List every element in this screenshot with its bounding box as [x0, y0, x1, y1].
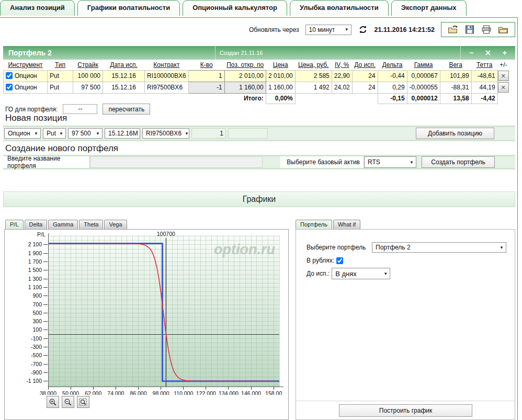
update-interval-label: Обновлять через — [249, 26, 299, 33]
y-tick-label: 1 900 — [28, 250, 42, 256]
chart-tab-p-l[interactable]: P/L — [5, 220, 24, 229]
recalculate-button[interactable]: пересчитать — [103, 104, 150, 115]
y-tick-label: -1 100 — [26, 378, 42, 384]
column-header[interactable]: Поз. откр. по — [224, 60, 266, 70]
plot-background — [48, 235, 279, 387]
rubles-checkbox[interactable] — [336, 257, 343, 264]
cell-gamma: -0,000055 — [407, 82, 440, 93]
column-header[interactable]: Страйк — [73, 60, 103, 70]
delete-position-button[interactable]: ✕ — [498, 71, 509, 81]
panel-tab-what-if[interactable]: What if — [333, 220, 360, 229]
chart-title: P/L — [37, 231, 46, 237]
totals-cell — [103, 93, 145, 104]
tab-опционный-калькулятор[interactable]: Опционный калькулятор — [183, 0, 287, 16]
folder-icon[interactable] — [498, 25, 508, 34]
cell-delta: -0,44 — [378, 70, 407, 82]
column-header[interactable]: До исп. — [352, 60, 378, 70]
cell-instrument: Опцион — [4, 70, 48, 82]
column-header[interactable]: Цена — [266, 60, 295, 70]
chart-tab-delta[interactable]: Delta — [25, 220, 48, 229]
chart-tab-gamma[interactable]: Gamma — [48, 220, 78, 229]
column-header[interactable]: Тип — [48, 60, 73, 70]
x-tick-label: 62 000 — [85, 390, 101, 395]
np-strike-select[interactable]: 97 500▼ — [68, 128, 103, 139]
tab-экспорт-данных[interactable]: Экспорт данных — [391, 0, 467, 16]
position-row: ОпционPut100 00015.12.16RI100000BX612 01… — [4, 70, 510, 82]
cell-qty[interactable]: 1 — [188, 70, 224, 82]
base-asset-select[interactable]: RTS▼ — [364, 156, 416, 168]
column-header[interactable]: Контракт — [145, 60, 189, 70]
chart-zoom-toolbar — [47, 396, 89, 408]
y-tick-label: 1 300 — [28, 276, 42, 282]
np-type-select[interactable]: Put▼ — [43, 128, 66, 139]
panel-divider — [296, 401, 515, 401]
create-portfolio-button[interactable]: Создать портфель — [422, 156, 495, 168]
new-position-row: Опцион▼ Put▼ 97 500▼ 15.12.16M▼ RI97500B… — [3, 126, 515, 141]
column-header[interactable]: IV, % — [332, 60, 352, 70]
x-tick-label: 74 000 — [107, 390, 124, 395]
print-icon[interactable] — [481, 25, 492, 34]
save-icon[interactable] — [464, 25, 475, 34]
portfolio-created-date: Создан 21.11.16 — [215, 46, 460, 60]
chart-tab-theta[interactable]: Theta — [79, 220, 103, 229]
np-expiry-select[interactable]: 15.12.16M▼ — [105, 128, 140, 139]
column-header[interactable]: Вега — [440, 60, 471, 70]
x-tick-label: 110 000 — [174, 390, 193, 395]
zoom-in-icon[interactable] — [47, 396, 59, 408]
x-tick-label: 98 000 — [153, 390, 169, 395]
panel-tab-портфель[interactable]: Портфель — [296, 220, 332, 229]
portfolio-name-input[interactable] — [90, 156, 263, 168]
np-instrument-select[interactable]: Опцион▼ — [4, 128, 41, 139]
cell-strike: 97 500 — [73, 82, 103, 93]
add-position-button[interactable]: Добавить позицию — [416, 128, 494, 139]
y-tick-label: -500 — [31, 352, 42, 358]
position-enabled-checkbox[interactable] — [6, 84, 13, 90]
cell-open_price[interactable]: 1 160,00 — [224, 82, 266, 93]
graphs-section-title: Графики — [243, 195, 276, 204]
delete-position-button[interactable]: ✕ — [498, 82, 509, 93]
cell-price: 2 010,00 — [266, 70, 295, 82]
totals-cell — [4, 93, 48, 104]
go-value-input[interactable]: -- — [63, 104, 97, 114]
days-select[interactable]: В днях ▼ — [332, 268, 390, 279]
position-enabled-checkbox[interactable] — [6, 72, 13, 79]
graphs-section-header: Графики — [3, 191, 515, 207]
chart-tab-vega[interactable]: Vega — [104, 220, 127, 229]
open-file-icon[interactable] — [448, 25, 458, 34]
cell-qty[interactable]: -1 — [188, 82, 224, 93]
close-portfolio-button[interactable]: ✕ — [485, 49, 491, 56]
np-contract-select[interactable]: RI97500BX6▼ — [142, 128, 189, 139]
zoom-out-icon[interactable] — [62, 396, 74, 408]
refresh-icon[interactable] — [358, 25, 368, 34]
cell-iv: 22,90 — [332, 70, 352, 82]
cell-gamma: 0,000067 — [407, 70, 440, 82]
build-chart-button[interactable]: Построить график — [339, 404, 472, 417]
column-header[interactable]: Цена, руб. — [295, 60, 332, 70]
tab-анализ-позиций[interactable]: Анализ позиций — [0, 0, 75, 16]
column-header[interactable]: Дата исп. — [103, 60, 145, 70]
np-price-input[interactable] — [228, 128, 268, 139]
np-quantity-input[interactable]: 1 — [191, 128, 226, 139]
portfolio-select[interactable]: Портфель 2 ▼ — [372, 242, 506, 253]
column-header[interactable]: Тетта — [471, 60, 497, 70]
cell-open_price[interactable]: 2 010,00 — [224, 70, 266, 82]
cell-contract: RI97500BX6 — [145, 82, 189, 93]
cell-theta: -48,61 — [471, 70, 497, 82]
chart-tabbar: P/LDeltaGammaThetaVega — [5, 220, 127, 229]
tab-улыбка-волатильности[interactable]: Улыбка волатильности — [290, 0, 389, 16]
totals-cell — [188, 93, 224, 104]
watermark: option.ru — [214, 242, 275, 257]
column-header[interactable]: Гамма — [407, 60, 440, 70]
collapse-portfolio-button[interactable]: − — [469, 49, 473, 56]
cell-days: 24 — [352, 70, 378, 82]
days-label: До исп.: — [307, 270, 330, 277]
column-header[interactable]: Дельта — [378, 60, 407, 70]
tab-графики-волатильности[interactable]: Графики волатильности — [77, 0, 180, 16]
cell-contract: RI100000BX6 — [145, 70, 189, 82]
column-header[interactable]: Инструмент — [4, 60, 48, 70]
update-interval-select[interactable]: 10 минут ▼ — [305, 25, 351, 35]
column-header[interactable]: К-во — [188, 60, 224, 70]
add-portfolio-button[interactable]: + — [503, 49, 507, 56]
cell-vega: 101,89 — [440, 70, 471, 82]
zoom-area-icon[interactable] — [77, 396, 89, 408]
